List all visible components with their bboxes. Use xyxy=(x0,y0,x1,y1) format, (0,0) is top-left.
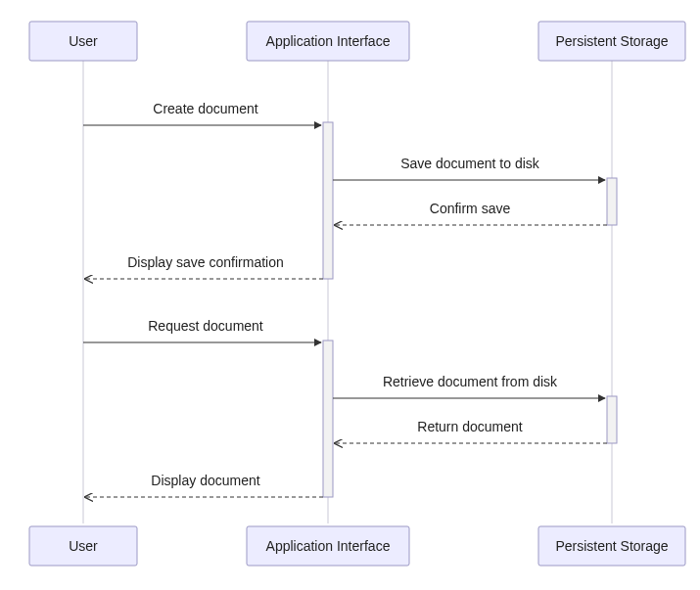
activation-storage-1 xyxy=(607,178,617,225)
actor-user-label-bottom: User xyxy=(69,538,98,554)
actor-app-label-bottom: Application Interface xyxy=(266,538,391,554)
msg-display-save-confirmation-label: Display save confirmation xyxy=(127,254,284,270)
msg-request-document-label: Request document xyxy=(148,318,263,334)
activation-storage-2 xyxy=(607,396,617,443)
actor-app-bottom: Application Interface xyxy=(247,526,409,566)
actor-user-top: User xyxy=(29,22,137,61)
actor-storage-label-bottom: Persistent Storage xyxy=(555,538,668,554)
msg-retrieve-from-disk-label: Retrieve document from disk xyxy=(383,374,558,389)
actor-app-label: Application Interface xyxy=(266,33,391,49)
msg-create-document-label: Create document xyxy=(153,101,258,116)
actor-app-top: Application Interface xyxy=(247,22,409,61)
msg-save-to-disk-label: Save document to disk xyxy=(400,156,540,171)
actor-user-bottom: User xyxy=(29,526,137,566)
sequence-diagram: User Application Interface Persistent St… xyxy=(0,0,700,590)
activation-app-1 xyxy=(323,122,333,279)
actor-storage-top: Persistent Storage xyxy=(538,22,685,61)
msg-return-document-label: Return document xyxy=(417,419,523,434)
activation-app-2 xyxy=(323,340,333,497)
actor-storage-label: Persistent Storage xyxy=(555,33,668,49)
actor-storage-bottom: Persistent Storage xyxy=(538,526,685,566)
actor-user-label: User xyxy=(69,33,98,49)
msg-display-document-label: Display document xyxy=(151,473,259,488)
msg-confirm-save-label: Confirm save xyxy=(430,201,511,216)
